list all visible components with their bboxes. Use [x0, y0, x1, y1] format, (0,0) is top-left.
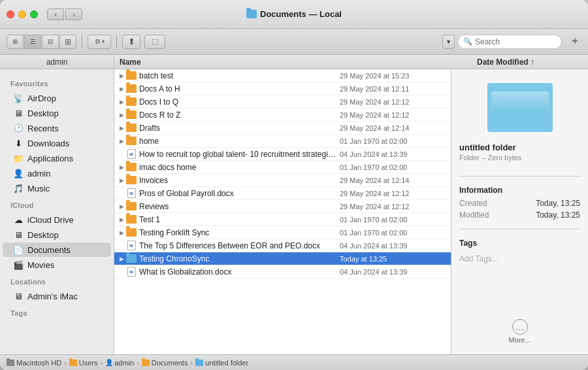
- table-row[interactable]: ▶ Testing Forklift Sync 01 Jan 1970 at 0…: [114, 226, 451, 239]
- action-button[interactable]: ⚙ ▾: [88, 35, 111, 49]
- table-row[interactable]: ▶ Docs R to Z 29 May 2024 at 12:12: [114, 109, 451, 122]
- table-row[interactable]: ▶ Test 1 01 Jan 1970 at 02:00: [114, 213, 451, 226]
- forward-button[interactable]: ›: [65, 8, 82, 20]
- view-column-btn[interactable]: ⊟: [42, 35, 59, 49]
- folder-icon: [126, 136, 137, 146]
- expand-triangle-icon[interactable]: ▶: [117, 164, 126, 171]
- close-button[interactable]: [7, 10, 14, 18]
- table-row[interactable]: W Pros of Global Payroll.docx 29 May 202…: [114, 187, 451, 200]
- sidebar-item-music[interactable]: 🎵 Music: [3, 181, 111, 195]
- folder-icon: [126, 84, 137, 94]
- table-row[interactable]: ▶ Drafts 29 May 2024 at 12:14: [114, 122, 451, 135]
- maximize-button[interactable]: [30, 10, 38, 18]
- table-row[interactable]: ▶ Invoices 29 May 2024 at 12:14: [114, 174, 451, 187]
- status-bar: Macintosh HD › Users › 👤 admin › Documen…: [0, 354, 588, 370]
- search-icon: 🔍: [463, 37, 472, 46]
- sidebar-item-label: Desktop: [27, 230, 59, 240]
- breadcrumb-item-users[interactable]: Users: [69, 359, 98, 367]
- sidebar-item-admin-fav[interactable]: 👤 admin: [3, 166, 111, 180]
- window-title: Documents — Local: [260, 9, 342, 19]
- sidebar-item-admins-imac[interactable]: 🖥 Admin's iMac: [3, 289, 111, 303]
- folder-icon: [142, 360, 150, 366]
- expand-triangle-icon[interactable]: ▶: [117, 125, 126, 131]
- table-row[interactable]: ▶ Docs A to H 29 May 2024 at 12:11: [114, 82, 451, 95]
- breadcrumb-item-untitled[interactable]: untitled folder: [195, 359, 248, 367]
- search-input[interactable]: [475, 37, 556, 46]
- toolbar-divider-1: [82, 35, 82, 48]
- preview-info-section: Information: [459, 186, 580, 195]
- expand-triangle-icon[interactable]: ▶: [117, 229, 126, 236]
- table-row[interactable]: ▶ Docs I to Q 29 May 2024 at 12:12: [114, 95, 451, 109]
- expand-triangle-icon[interactable]: ▶: [117, 203, 126, 210]
- tag-button[interactable]: ⬚: [144, 35, 165, 49]
- file-date-label: 01 Jan 1970 at 02:00: [340, 216, 451, 224]
- expand-triangle-icon[interactable]: ▶: [117, 256, 126, 262]
- file-name-label: The Top 5 Differences Between EOR and PE…: [139, 241, 340, 250]
- file-date-label: Today at 13:25: [340, 255, 451, 263]
- table-row-selected[interactable]: ▶ Testing ChronoSync Today at 13:25: [114, 252, 451, 265]
- table-row[interactable]: ▶ Reviews 29 May 2024 at 12:12: [114, 200, 451, 213]
- sidebar-item-downloads[interactable]: ⬇ Downloads: [3, 136, 111, 150]
- tags-section-label: Tags: [0, 304, 114, 320]
- more-button[interactable]: … More...: [459, 306, 580, 344]
- file-date-label: 01 Jan 1970 at 02:00: [340, 229, 451, 237]
- view-list-btn[interactable]: ☰: [24, 35, 41, 49]
- sidebar-item-applications[interactable]: 📁 Applications: [3, 151, 111, 165]
- sidebar-item-movies[interactable]: 🎬 Movies: [3, 258, 111, 272]
- breadcrumb-item-documents[interactable]: Documents: [142, 359, 188, 367]
- recents-icon: 🕐: [13, 123, 24, 133]
- path-dropdown[interactable]: ▾: [442, 35, 455, 49]
- table-row[interactable]: ▶ batch test 29 May 2024 at 15:23: [114, 69, 451, 82]
- expand-triangle-icon[interactable]: ▶: [117, 216, 126, 223]
- column-header-row: admin Name Date Modified ↑: [0, 55, 588, 69]
- table-row[interactable]: W How to recruit top global talent- 10 r…: [114, 148, 451, 161]
- table-row[interactable]: ▶ home 01 Jan 1970 at 02:00: [114, 135, 451, 148]
- search-box[interactable]: 🔍: [457, 35, 562, 49]
- toolbar: ⊞ ☰ ⊟ ⊞ ⚙ ▾ ⬆ ⬚ ▾ 🔍 +: [0, 29, 588, 55]
- view-icon-btn[interactable]: ⊞: [7, 35, 24, 49]
- expand-triangle-icon[interactable]: ▶: [117, 73, 126, 79]
- table-row[interactable]: W The Top 5 Differences Between EOR and …: [114, 239, 451, 252]
- breadcrumb-item-admin[interactable]: 👤 admin: [105, 359, 134, 367]
- date-column-header[interactable]: Date Modified ↑: [477, 58, 588, 67]
- table-row[interactable]: ▶ imac docs home 01 Jan 1970 at 02:00: [114, 161, 451, 174]
- sidebar-item-airdrop[interactable]: 📡 AirDrop: [3, 91, 111, 105]
- sidebar-item-desktop-fav[interactable]: 🖥 Desktop: [3, 106, 111, 120]
- breadcrumb-item-hd[interactable]: Macintosh HD: [7, 359, 61, 367]
- downloads-icon: ⬇: [13, 138, 24, 148]
- sidebar-item-label: Downloads: [27, 139, 69, 148]
- view-gallery-btn[interactable]: ⊞: [59, 35, 76, 49]
- sidebar-item-icloud-drive[interactable]: ☁ iCloud Drive: [3, 212, 111, 227]
- expand-triangle-icon[interactable]: ▶: [117, 177, 126, 184]
- titlebar: ‹ › Documents — Local: [0, 0, 588, 29]
- folder-icon: [69, 360, 77, 366]
- back-button[interactable]: ‹: [47, 8, 64, 20]
- add-tab-button[interactable]: +: [568, 35, 581, 48]
- window-title-area: Documents — Local: [246, 9, 342, 19]
- file-name-label: Pros of Global Payroll.docx: [139, 189, 340, 198]
- admin-icon: 👤: [13, 168, 24, 178]
- folder-icon: [126, 123, 137, 133]
- preview-divider-1: [459, 176, 580, 177]
- untitled-folder-icon: [195, 360, 203, 366]
- add-tags-label[interactable]: Add Tags...: [459, 254, 580, 263]
- minimize-button[interactable]: [18, 10, 26, 18]
- doc-icon: W: [126, 241, 137, 251]
- expand-triangle-icon[interactable]: ▶: [117, 86, 126, 92]
- file-name-label: home: [139, 137, 340, 146]
- expand-triangle-icon[interactable]: ▶: [117, 138, 126, 144]
- expand-triangle-icon[interactable]: ▶: [117, 112, 126, 118]
- title-folder-icon: [246, 10, 257, 18]
- sidebar-item-documents[interactable]: 📄 Documents: [3, 243, 111, 257]
- sidebar: Favourites 📡 AirDrop 🖥 Desktop 🕐 Recents…: [0, 69, 114, 354]
- sidebar-item-icloud-desktop[interactable]: 🖥 Desktop: [3, 227, 111, 242]
- sort-arrow-icon: ↑: [531, 58, 534, 67]
- sidebar-item-recents[interactable]: 🕐 Recents: [3, 121, 111, 135]
- breadcrumb-label: Documents: [152, 359, 188, 367]
- table-row[interactable]: W What is Globalization.docx 04 Jun 2024…: [114, 265, 451, 278]
- file-name-label: How to recruit top global talent- 10 rec…: [139, 150, 340, 159]
- expand-triangle-icon[interactable]: ▶: [117, 99, 126, 105]
- chevron-down-icon: ▾: [102, 39, 105, 44]
- name-column-header[interactable]: Name: [114, 58, 477, 67]
- share-button[interactable]: ⬆: [122, 35, 140, 49]
